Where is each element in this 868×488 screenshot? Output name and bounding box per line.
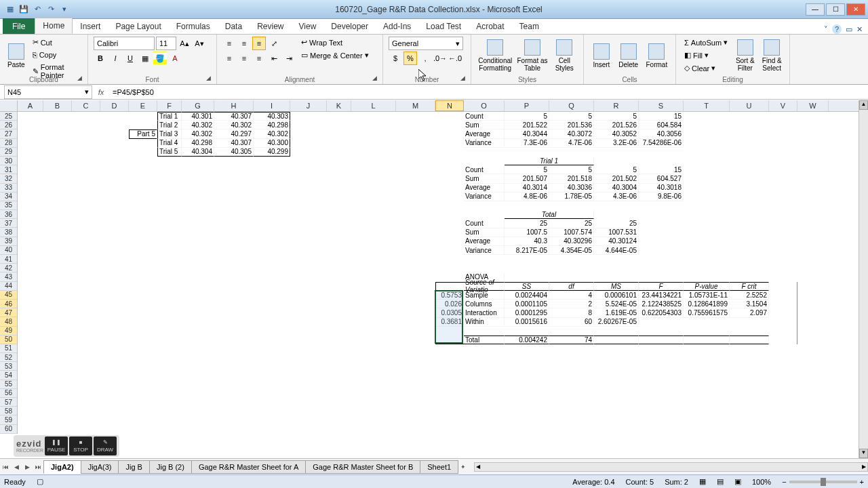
col-header-M[interactable]: M (396, 100, 435, 111)
sheet-nav-last[interactable]: ⏭ (33, 462, 43, 472)
close-button[interactable]: ✕ (846, 3, 865, 16)
row-header-55[interactable]: 55 (0, 380, 17, 389)
cell-E27[interactable]: Part 5 (129, 129, 157, 138)
sheet-tab-jiga3[interactable]: JigA(3) (81, 460, 119, 474)
ezvid-stop-button[interactable]: ■STOP (69, 436, 92, 455)
col-header-N[interactable]: N (435, 100, 464, 111)
format-cells-button[interactable]: Format (644, 37, 670, 75)
row-header-41[interactable]: 41 (0, 255, 17, 264)
cell-R27[interactable]: 40.3052 (594, 129, 639, 138)
col-header-U[interactable]: U (730, 100, 769, 111)
cell-O33[interactable]: Average (464, 184, 505, 192)
row-header-26[interactable]: 26 (0, 121, 17, 129)
cell-I29[interactable]: 40.299 (254, 148, 290, 157)
scroll-up-icon[interactable]: ▲ (859, 100, 868, 110)
cell-F26[interactable]: Trial 2 (157, 121, 182, 129)
cell-G27[interactable]: 40.302 (182, 129, 214, 138)
sheet-tab-sheet1[interactable]: Sheet1 (420, 460, 458, 474)
view-break-icon[interactable]: ▣ (734, 477, 741, 486)
paste-button[interactable]: Paste (5, 37, 27, 75)
cell-O28[interactable]: Variance (464, 139, 505, 148)
row-header-53[interactable]: 53 (0, 362, 17, 371)
cell-F28[interactable]: Trial 4 (157, 139, 182, 148)
font-size-select[interactable]: 11 (156, 37, 176, 50)
cell-R37[interactable]: 25 (594, 219, 639, 228)
help-icon[interactable]: ? (832, 24, 842, 34)
row-header-37[interactable]: 37 (0, 219, 17, 228)
cell-P32[interactable]: 201.507 (505, 174, 549, 183)
cell-S32[interactable]: 604.527 (639, 174, 684, 183)
cell-I28[interactable]: 40.300 (254, 139, 290, 148)
col-header-H[interactable]: H (214, 100, 254, 111)
cell-H27[interactable]: 40.297 (214, 129, 254, 138)
alignment-launcher[interactable]: ◢ (372, 75, 380, 83)
sheet-tab-jiga2[interactable]: JigA2) (43, 460, 81, 474)
zoom-out-icon[interactable]: − (782, 478, 786, 486)
cell-Q28[interactable]: 4.7E-06 (549, 139, 594, 148)
cell-R31[interactable]: 5 (594, 165, 639, 174)
row-header-59[interactable]: 59 (0, 415, 17, 424)
cut-button[interactable]: ✂Cut (30, 37, 82, 48)
sheet-nav-next[interactable]: ▶ (22, 462, 33, 472)
cell-P40[interactable]: 8.217E-05 (505, 246, 549, 255)
align-bottom-icon[interactable]: ≡ (252, 37, 266, 50)
cell-O32[interactable]: Sum (464, 174, 505, 183)
col-header-F[interactable]: F (157, 100, 182, 111)
increase-indent-icon[interactable]: ⇥ (282, 52, 296, 65)
col-header-K[interactable]: K (327, 100, 351, 111)
tab-view[interactable]: View (292, 19, 324, 34)
cell-P33[interactable]: 40.3014 (505, 184, 549, 192)
tab-team[interactable]: Team (512, 19, 547, 34)
cell-styles-button[interactable]: Cell Styles (551, 37, 578, 75)
cell-Q32[interactable]: 201.518 (549, 174, 594, 183)
row-header-43[interactable]: 43 (0, 272, 17, 281)
row-header-60[interactable]: 60 (0, 425, 17, 434)
cell-P37[interactable]: 25 (505, 219, 549, 228)
zoom-in-icon[interactable]: + (860, 478, 864, 486)
find-select-button[interactable]: Find & Select (760, 37, 784, 75)
col-header-C[interactable]: C (72, 100, 100, 111)
number-format-select[interactable]: General▾ (389, 37, 463, 50)
align-top-icon[interactable]: ≡ (222, 37, 236, 50)
cell-G26[interactable]: 40.302 (182, 121, 214, 129)
row-header-42[interactable]: 42 (0, 264, 17, 272)
col-header-S[interactable]: S (639, 100, 684, 111)
tab-page-layout[interactable]: Page Layout (108, 19, 168, 34)
orientation-icon[interactable]: ⤢ (267, 37, 281, 50)
select-all-corner[interactable] (0, 100, 18, 112)
cell-P27[interactable]: 40.3044 (505, 129, 549, 138)
decrease-decimal-icon[interactable]: ←.0 (448, 52, 462, 65)
col-header-L[interactable]: L (351, 100, 396, 111)
cell-O27[interactable]: Average (464, 129, 505, 138)
scroll-down-icon[interactable]: ▼ (859, 449, 868, 458)
row-header-58[interactable]: 58 (0, 407, 17, 415)
tab-formulas[interactable]: Formulas (169, 19, 218, 34)
tab-developer[interactable]: Developer (323, 19, 376, 34)
cell-R34[interactable]: 4.3E-06 (594, 192, 639, 201)
cell-F27[interactable]: Trial 3 (157, 129, 182, 138)
cell-Q26[interactable]: 201.536 (549, 121, 594, 129)
sheet-tab-jigb2[interactable]: Jig B (2) (149, 460, 192, 474)
minimize-ribbon-icon[interactable]: ˅ (824, 25, 828, 34)
cell-O37[interactable]: Count (464, 219, 505, 228)
tab-acrobat[interactable]: Acrobat (469, 19, 511, 34)
row-header-50[interactable]: 50 (0, 336, 17, 344)
window-restore-icon[interactable]: ▭ (846, 25, 852, 34)
cell-H28[interactable]: 40.307 (214, 139, 254, 148)
zoom-slider[interactable] (789, 481, 857, 483)
view-layout-icon[interactable]: ▤ (717, 477, 724, 486)
cell-Q38[interactable]: 1007.574 (549, 228, 594, 237)
autosum-button[interactable]: ΣAutoSum ▾ (682, 37, 730, 48)
cell-O39[interactable]: Average (464, 237, 505, 246)
col-header-Q[interactable]: Q (549, 100, 594, 111)
cell-F29[interactable]: Trial 5 (157, 148, 182, 157)
clipboard-launcher[interactable]: ◢ (77, 75, 85, 83)
col-header-R[interactable]: R (594, 100, 639, 111)
sheet-tab-gagerrmastersheetforb[interactable]: Gage R&R Master Sheet for B (305, 460, 420, 474)
cell-I26[interactable]: 40.298 (254, 121, 290, 129)
cell-R38[interactable]: 1007.531 (594, 228, 639, 237)
merge-center-button[interactable]: ▭Merge & Center ▾ (298, 49, 372, 61)
cell-R33[interactable]: 40.3004 (594, 184, 639, 192)
cell-G29[interactable]: 40.304 (182, 148, 214, 157)
col-header-A[interactable]: A (18, 100, 43, 111)
